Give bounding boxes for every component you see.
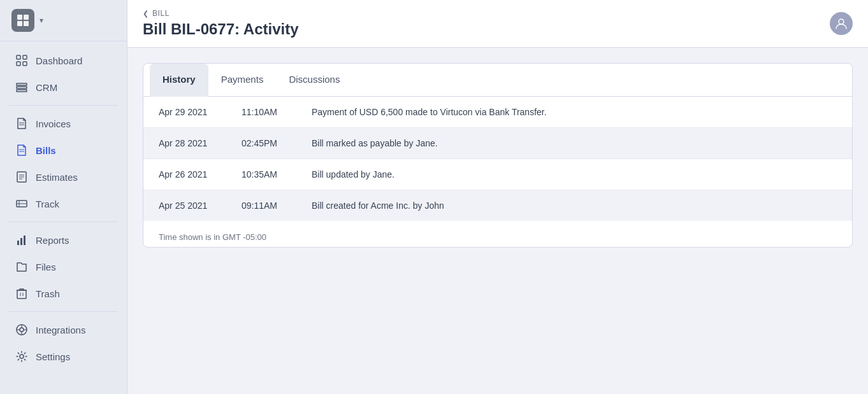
bills-icon	[15, 144, 28, 157]
svg-rect-4	[17, 55, 20, 59]
sidebar-item-track[interactable]: Track	[4, 191, 123, 216]
history-row: Apr 26 2021 10:35AM Bill updated by Jane…	[143, 159, 852, 190]
sidebar-item-settings[interactable]: Settings	[4, 344, 123, 369]
dashboard-icon	[15, 54, 28, 67]
history-table: Apr 29 2021 11:10AM Payment of USD 6,500…	[143, 97, 852, 221]
app-chevron: ▾	[40, 16, 43, 25]
sidebar-item-files[interactable]: Files	[4, 254, 123, 279]
topbar: ❮ BILL Bill BIL-0677: Activity	[127, 0, 868, 48]
activity-card: History Payments Discussions Apr 29 2021…	[143, 63, 853, 248]
svg-rect-2	[17, 21, 22, 26]
breadcrumb-chevron-icon: ❮	[143, 10, 148, 18]
sidebar-divider-2	[9, 222, 118, 222]
timezone-note: Time shown is in GMT -05:00	[143, 221, 852, 247]
sidebar-item-invoices[interactable]: Invoices	[4, 111, 123, 136]
svg-rect-8	[17, 83, 27, 85]
history-desc-1: Payment of USD 6,500 made to Virtucon vi…	[312, 107, 837, 117]
svg-point-30	[20, 328, 24, 332]
breadcrumb: ❮ BILL	[143, 9, 299, 18]
page-title: Bill BIL-0677: Activity	[143, 20, 299, 38]
invoices-icon	[15, 117, 28, 130]
history-date-4: Apr 25 2021	[159, 201, 242, 211]
svg-rect-25	[17, 290, 26, 299]
app-logo[interactable]: ▾	[0, 0, 127, 41]
svg-rect-6	[17, 62, 20, 66]
sidebar-item-reports[interactable]: Reports	[4, 227, 123, 253]
svg-rect-5	[23, 55, 27, 59]
svg-rect-1	[24, 15, 29, 20]
sidebar-label-crm: CRM	[36, 82, 57, 93]
history-row: Apr 25 2021 09:11AM Bill created for Acm…	[143, 190, 852, 221]
history-desc-2: Bill marked as payable by Jane.	[312, 138, 837, 148]
logo-icon	[11, 9, 34, 32]
user-avatar[interactable]	[830, 12, 853, 35]
svg-point-35	[20, 355, 24, 358]
history-date-1: Apr 29 2021	[159, 107, 242, 117]
history-time-3: 10:35AM	[242, 169, 312, 179]
history-row: Apr 29 2021 11:10AM Payment of USD 6,500…	[143, 97, 852, 128]
sidebar-item-bills[interactable]: Bills	[4, 137, 123, 163]
sidebar-label-bills: Bills	[36, 145, 56, 156]
integrations-icon	[15, 323, 28, 336]
topbar-right	[830, 12, 853, 35]
svg-rect-10	[17, 90, 27, 92]
sidebar-item-estimates[interactable]: Estimates	[4, 164, 123, 190]
history-desc-4: Bill created for Acme Inc. by John	[312, 201, 837, 211]
tabs-bar: History Payments Discussions	[143, 64, 852, 97]
svg-rect-23	[20, 238, 22, 245]
content-area: History Payments Discussions Apr 29 2021…	[127, 48, 868, 394]
track-icon	[15, 197, 28, 210]
sidebar: ▾ Dashboard CR	[0, 0, 127, 394]
settings-icon	[15, 350, 28, 363]
sidebar-item-trash[interactable]: Trash	[4, 281, 123, 306]
svg-rect-24	[24, 236, 25, 245]
history-desc-3: Bill updated by Jane.	[312, 169, 837, 179]
tab-payments[interactable]: Payments	[208, 64, 277, 97]
sidebar-item-dashboard[interactable]: Dashboard	[4, 48, 123, 73]
svg-rect-7	[23, 62, 27, 66]
sidebar-label-estimates: Estimates	[36, 172, 78, 183]
history-date-2: Apr 28 2021	[159, 138, 242, 148]
svg-rect-0	[17, 15, 22, 20]
sidebar-label-dashboard: Dashboard	[36, 55, 82, 66]
tab-discussions[interactable]: Discussions	[276, 64, 352, 97]
estimates-icon	[15, 171, 28, 183]
sidebar-label-integrations: Integrations	[36, 325, 85, 335]
sidebar-label-trash: Trash	[36, 288, 60, 299]
history-time-2: 02:45PM	[242, 138, 312, 148]
sidebar-label-settings: Settings	[36, 351, 70, 362]
reports-icon	[15, 234, 28, 246]
history-row: Apr 28 2021 02:45PM Bill marked as payab…	[143, 128, 852, 159]
tab-history[interactable]: History	[150, 64, 208, 97]
svg-rect-9	[17, 87, 27, 88]
crm-icon	[15, 81, 28, 94]
sidebar-label-invoices: Invoices	[36, 118, 71, 129]
sidebar-item-integrations[interactable]: Integrations	[4, 317, 123, 342]
topbar-left: ❮ BILL Bill BIL-0677: Activity	[143, 9, 299, 38]
breadcrumb-label[interactable]: BILL	[152, 9, 170, 18]
svg-rect-3	[24, 21, 29, 26]
files-icon	[15, 260, 28, 273]
sidebar-label-files: Files	[36, 262, 56, 272]
trash-icon	[15, 287, 28, 300]
history-date-3: Apr 26 2021	[159, 169, 242, 179]
sidebar-divider-3	[9, 311, 118, 312]
sidebar-divider-1	[9, 105, 118, 106]
history-time-4: 09:11AM	[242, 201, 312, 211]
history-time-1: 11:10AM	[242, 107, 312, 117]
sidebar-nav: Dashboard CRM	[0, 41, 127, 376]
main-content: ❮ BILL Bill BIL-0677: Activity History P…	[127, 0, 868, 394]
svg-rect-22	[17, 241, 19, 245]
sidebar-label-reports: Reports	[36, 235, 69, 246]
sidebar-item-crm[interactable]: CRM	[4, 74, 123, 100]
sidebar-label-track: Track	[36, 199, 59, 209]
svg-point-36	[839, 19, 844, 24]
